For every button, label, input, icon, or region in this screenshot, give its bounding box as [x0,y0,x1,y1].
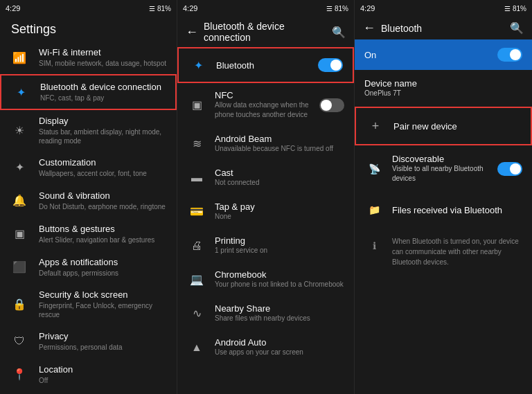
settings-item-customization[interactable]: ✦ Customization Wallpapers, accent color… [0,151,177,184]
middle-nfc-title: NFC [215,90,319,100]
middle-panel-title: Bluetooth & device connection [204,21,326,43]
middle-beam-icon: ≋ [187,134,206,154]
right-pair-item[interactable]: + Pair new device [355,107,532,145]
right-status-bar: 4:29 ☰ 81% [355,0,532,17]
middle-auto-subtitle: Use apps on your car screen [215,348,344,357]
customization-subtitle: Wallpapers, accent color, font, tone [39,169,168,178]
right-time: 4:29 [360,4,375,12]
settings-item-display[interactable]: ☀ Display Status bar, ambient display, n… [0,110,177,151]
right-panel: 4:29 ☰ 81% ← Bluetooth 🔍 On Device name … [355,0,532,394]
middle-time: 4:29 [183,4,197,12]
right-pair-icon: + [366,116,385,136]
settings-item-battery[interactable]: 🔋 Battery 81% · Should last until about … [0,391,177,394]
nfc-toggle[interactable] [319,98,344,112]
middle-search-icon[interactable]: 🔍 [332,26,346,39]
sound-icon: 🔔 [8,190,30,212]
middle-nfc-icon: ▣ [187,96,206,115]
signal-icon: ☰ [149,5,155,12]
right-info-icon: ℹ [364,236,384,256]
settings-item-apps[interactable]: ⬛ Apps & notifications Default apps, per… [0,251,177,284]
middle-auto-item[interactable]: ▲ Android Auto Use apps on your car scre… [177,330,354,364]
right-header: ← Bluetooth 🔍 [355,17,532,39]
right-discoverable-subtitle: Visible to all nearby Bluetooth devices [392,164,497,183]
right-files-item[interactable]: 📁 Files received via Bluetooth [355,192,532,228]
settings-item-sound[interactable]: 🔔 Sound & vibration Do Not Disturb, earp… [0,184,177,217]
right-on-toggle[interactable] [497,48,522,62]
right-discoverable-toggle[interactable] [497,162,522,176]
middle-status-bar: 4:29 ☰ 81% [177,0,354,17]
customization-title: Customization [39,157,168,169]
right-info-item: ℹ When Bluetooth is turned on, your devi… [355,228,532,276]
privacy-icon: 🛡 [8,330,30,352]
wifi-subtitle: SIM, mobile network, data usage, hotspot [39,59,168,68]
buttons-title: Buttons & gestures [39,224,168,235]
middle-cast-item[interactable]: ▬ Cast Not connected [177,161,354,195]
display-subtitle: Status bar, ambient display, night mode,… [39,127,168,145]
middle-header: ← Bluetooth & device connection 🔍 [177,17,354,47]
bluetooth-toggle[interactable] [318,58,343,72]
right-on-item[interactable]: On [355,39,532,70]
left-panel: 4:29 ☰ 81% Settings 📶 Wi-Fi & internet S… [0,0,177,394]
back-button[interactable]: ← [186,25,198,39]
right-device-name-item[interactable]: Device name OnePlus 7T [355,70,532,107]
middle-chromebook-item[interactable]: 💻 Chromebook Your phone is not linked to… [177,262,354,296]
middle-tappay-subtitle: None [215,212,344,222]
buttons-subtitle: Alert Slider, navigation bar & gestures [39,235,168,244]
security-subtitle: Fingerprint, Face Unlock, emergency resc… [39,301,168,319]
right-device-name-subtitle: OnePlus 7T [364,89,522,98]
middle-printing-title: Printing [215,235,344,246]
middle-beam-item[interactable]: ≋ Android Beam Unavailable because NFC i… [177,127,354,161]
middle-chromebook-subtitle: Your phone is not linked to a Chromebook [215,280,344,289]
display-title: Display [39,116,168,127]
middle-printing-item[interactable]: 🖨 Printing 1 print service on [177,229,354,262]
right-discoverable-item[interactable]: 📡 Discoverable Visible to all nearby Blu… [355,145,532,192]
middle-chromebook-icon: 💻 [187,270,206,289]
privacy-title: Privacy [39,331,168,343]
customization-icon: ✦ [8,156,30,179]
location-subtitle: Off [39,376,168,385]
wifi-title: Wi-Fi & internet [39,47,168,59]
apps-subtitle: Default apps, permissions [39,269,168,278]
middle-nearby-icon: ∿ [187,304,206,323]
location-title: Location [39,364,168,376]
sound-subtitle: Do Not Disturb, earphone mode, ringtone [39,202,168,211]
right-discoverable-icon: 📡 [364,159,384,179]
right-files-title: Files received via Bluetooth [392,205,522,215]
middle-beam-subtitle: Unavailable because NFC is turned off [215,144,344,154]
right-files-icon: 📁 [364,200,384,220]
settings-item-location[interactable]: 📍 Location Off [0,358,177,391]
middle-battery-icon: 81% [335,5,348,12]
middle-bluetooth-icon: ✦ [188,55,208,75]
right-signal-icon: ☰ [504,5,511,12]
middle-nearby-item[interactable]: ∿ Nearby Share Share files with nearby d… [177,296,354,330]
middle-signal-icon: ☰ [326,5,332,12]
settings-item-security[interactable]: 🔒 Security & lock screen Fingerprint, Fa… [0,284,177,325]
middle-nearby-subtitle: Share files with nearby devices [215,314,344,323]
left-panel-title: Settings [0,17,177,41]
bluetooth-icon: ✦ [10,81,32,103]
settings-item-buttons[interactable]: ▣ Buttons & gestures Alert Slider, navig… [0,217,177,251]
middle-auto-icon: ▲ [187,338,206,357]
right-discoverable-title: Discoverable [392,154,497,164]
settings-item-bluetooth[interactable]: ✦ Bluetooth & device connection NFC, cas… [0,74,177,110]
middle-tappay-item[interactable]: 💳 Tap & pay None [177,195,354,229]
middle-nfc-subtitle: Allow data exchange when the phone touch… [215,100,319,120]
middle-chromebook-title: Chromebook [215,269,344,280]
middle-cast-title: Cast [215,168,344,178]
middle-tappay-icon: 💳 [187,202,206,222]
left-status-icons: ☰ 81% [149,5,171,12]
right-search-icon[interactable]: 🔍 [510,21,524,35]
middle-status-icons: ☰ 81% [326,5,348,12]
middle-cast-icon: ▬ [187,168,206,188]
right-back-button[interactable]: ← [363,21,375,35]
middle-auto-title: Android Auto [215,337,344,348]
apps-icon: ⬛ [8,256,30,278]
right-status-icons: ☰ 81% [504,5,526,12]
settings-item-wifi[interactable]: 📶 Wi-Fi & internet SIM, mobile network, … [0,41,177,74]
middle-bluetooth-item[interactable]: ✦ Bluetooth [177,47,354,83]
security-title: Security & lock screen [39,289,168,301]
right-battery-icon: 81% [513,5,526,12]
bluetooth-title: Bluetooth & device connection [40,82,167,93]
settings-item-privacy[interactable]: 🛡 Privacy Permissions, personal data [0,325,177,358]
middle-nfc-item[interactable]: ▣ NFC Allow data exchange when the phone… [177,83,354,127]
